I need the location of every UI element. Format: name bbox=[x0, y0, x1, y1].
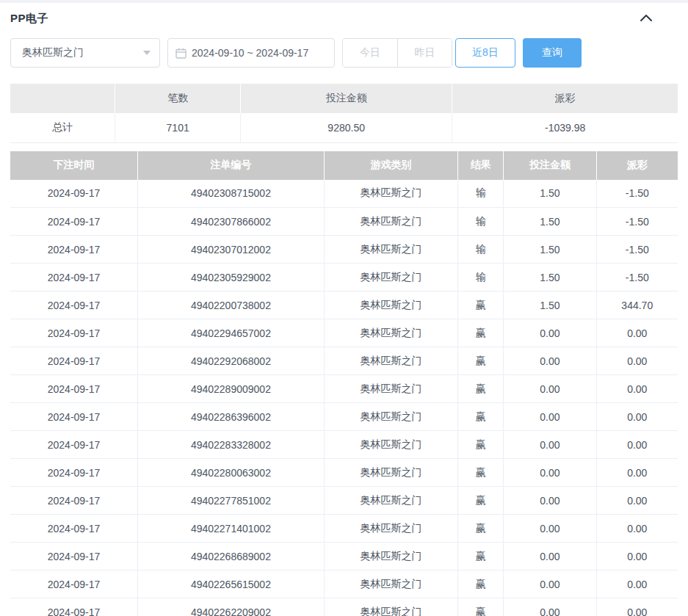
yesterday-button[interactable]: 昨日 bbox=[397, 39, 452, 67]
table-row: 2024-09-17 49402283328002 奥林匹斯之门 赢 0.00 … bbox=[10, 431, 678, 459]
cell-game-category: 奥林匹斯之门 bbox=[324, 180, 458, 208]
cell-bet-time: 2024-09-17 bbox=[10, 375, 138, 403]
cell-payout: 0.00 bbox=[596, 459, 678, 487]
cell-bet-amount: 0.00 bbox=[504, 515, 596, 543]
table-row: 2024-09-17 49402308715002 奥林匹斯之门 输 1.50 … bbox=[10, 180, 678, 208]
cell-payout: -1.50 bbox=[596, 180, 678, 208]
cell-order-no: 49402307866002 bbox=[138, 208, 325, 236]
cell-order-no: 49402292068002 bbox=[138, 347, 325, 375]
cell-game-category: 奥林匹斯之门 bbox=[324, 236, 458, 264]
cell-result: 输 bbox=[458, 180, 504, 208]
cell-order-no: 49402277851002 bbox=[138, 487, 325, 515]
cell-payout: 0.00 bbox=[596, 375, 678, 403]
cell-payout: 0.00 bbox=[596, 543, 678, 570]
cell-order-no: 49402289009002 bbox=[138, 375, 325, 403]
cell-bet-time: 2024-09-17 bbox=[10, 347, 138, 375]
cell-result: 输 bbox=[458, 208, 504, 236]
game-select[interactable]: 奥林匹斯之门 bbox=[10, 38, 160, 68]
cell-order-no: 49402294657002 bbox=[138, 319, 325, 347]
cell-bet-amount: 0.00 bbox=[504, 598, 596, 616]
cell-game-category: 奥林匹斯之门 bbox=[324, 375, 458, 403]
cell-result: 赢 bbox=[458, 319, 504, 347]
summary-total-label: 总计 bbox=[10, 113, 115, 142]
header-game-category: 游戏类别 bbox=[324, 151, 458, 180]
header-result: 结果 bbox=[458, 151, 504, 180]
filter-bar: 奥林匹斯之门 2024-09-10 ~ 2024-09-17 今日 昨日 近8日… bbox=[10, 38, 678, 68]
table-row: 2024-09-17 49402262209002 奥林匹斯之门 赢 0.00 … bbox=[10, 598, 678, 616]
search-button[interactable]: 查询 bbox=[523, 38, 582, 68]
summary-total-count: 7101 bbox=[115, 113, 241, 142]
cell-game-category: 奥林匹斯之门 bbox=[324, 543, 458, 570]
cell-bet-time: 2024-09-17 bbox=[10, 319, 138, 347]
game-select-value: 奥林匹斯之门 bbox=[22, 46, 143, 59]
cell-order-no: 49402286396002 bbox=[138, 403, 325, 431]
cell-game-category: 奥林匹斯之门 bbox=[324, 403, 458, 431]
cell-bet-time: 2024-09-17 bbox=[10, 403, 138, 431]
cell-bet-amount: 1.50 bbox=[504, 264, 596, 291]
cell-bet-time: 2024-09-17 bbox=[10, 487, 138, 515]
collapse-button[interactable] bbox=[635, 10, 657, 26]
cell-result: 赢 bbox=[458, 403, 504, 431]
cell-bet-time: 2024-09-17 bbox=[10, 598, 138, 616]
table-row: 2024-09-17 49402307866002 奥林匹斯之门 输 1.50 … bbox=[10, 208, 678, 236]
cell-order-no: 49402262209002 bbox=[138, 598, 325, 616]
summary-header-row: 笔数 投注金额 派彩 bbox=[10, 84, 678, 113]
cell-game-category: 奥林匹斯之门 bbox=[324, 291, 458, 319]
cell-payout: -1.50 bbox=[596, 208, 678, 236]
cell-bet-amount: 0.00 bbox=[504, 431, 596, 459]
chevron-down-icon bbox=[143, 51, 151, 55]
cell-bet-amount: 0.00 bbox=[504, 543, 596, 570]
cell-bet-amount: 1.50 bbox=[504, 291, 596, 319]
date-range-value: 2024-09-10 ~ 2024-09-17 bbox=[192, 47, 308, 59]
cell-order-no: 49402283328002 bbox=[138, 431, 325, 459]
cell-result: 赢 bbox=[458, 459, 504, 487]
panel-header: PP电子 bbox=[10, 9, 678, 28]
bet-table-header-row: 下注时间 注单编号 游戏类别 结果 投注金额 派彩 bbox=[10, 151, 678, 180]
cell-result: 输 bbox=[458, 264, 504, 291]
cell-bet-time: 2024-09-17 bbox=[10, 180, 138, 208]
table-row: 2024-09-17 49402292068002 奥林匹斯之门 赢 0.00 … bbox=[10, 347, 678, 375]
table-row: 2024-09-17 49402268689002 奥林匹斯之门 赢 0.00 … bbox=[10, 543, 678, 570]
cell-game-category: 奥林匹斯之门 bbox=[324, 570, 458, 598]
cell-bet-time: 2024-09-17 bbox=[10, 264, 138, 291]
cell-result: 赢 bbox=[458, 570, 504, 598]
cell-game-category: 奥林匹斯之门 bbox=[324, 515, 458, 543]
cell-payout: -1.50 bbox=[596, 236, 678, 264]
cell-payout: 0.00 bbox=[596, 319, 678, 347]
summary-header-blank bbox=[10, 84, 115, 113]
summary-header-count: 笔数 bbox=[115, 84, 241, 113]
cell-payout: 0.00 bbox=[596, 487, 678, 515]
today-button[interactable]: 今日 bbox=[343, 39, 397, 67]
date-range-input[interactable]: 2024-09-10 ~ 2024-09-17 bbox=[167, 38, 335, 68]
header-bet-amount: 投注金额 bbox=[504, 151, 596, 180]
cell-bet-amount: 1.50 bbox=[504, 208, 596, 236]
cell-order-no: 49402280063002 bbox=[138, 459, 325, 487]
summary-total-payout: -1039.98 bbox=[452, 113, 678, 142]
cell-result: 赢 bbox=[458, 347, 504, 375]
last-8-days-button[interactable]: 近8日 bbox=[455, 38, 515, 68]
cell-payout: 0.00 bbox=[596, 515, 678, 543]
cell-result: 赢 bbox=[458, 598, 504, 616]
cell-bet-amount: 0.00 bbox=[504, 403, 596, 431]
summary-total-bet-amount: 9280.50 bbox=[241, 113, 452, 142]
cell-game-category: 奥林匹斯之门 bbox=[324, 347, 458, 375]
cell-game-category: 奥林匹斯之门 bbox=[324, 319, 458, 347]
summary-header-payout: 派彩 bbox=[452, 84, 678, 113]
cell-bet-time: 2024-09-17 bbox=[10, 208, 138, 236]
cell-bet-amount: 1.50 bbox=[504, 180, 596, 208]
cell-payout: -1.50 bbox=[596, 264, 678, 291]
cell-payout: 0.00 bbox=[596, 403, 678, 431]
bet-table: 下注时间 注单编号 游戏类别 结果 投注金额 派彩 2024-09-17 494… bbox=[10, 151, 678, 616]
cell-payout: 0.00 bbox=[596, 431, 678, 459]
cell-order-no: 49402307012002 bbox=[138, 236, 325, 264]
cell-order-no: 49402265615002 bbox=[138, 570, 325, 598]
bet-table-body: 2024-09-17 49402308715002 奥林匹斯之门 输 1.50 … bbox=[10, 180, 678, 616]
summary-header-bet-amount: 投注金额 bbox=[241, 84, 452, 113]
cell-payout: 344.70 bbox=[596, 291, 678, 319]
cell-result: 赢 bbox=[458, 515, 504, 543]
cell-bet-time: 2024-09-17 bbox=[10, 515, 138, 543]
cell-bet-time: 2024-09-17 bbox=[10, 291, 138, 319]
cell-order-no: 49402271401002 bbox=[138, 515, 325, 543]
cell-bet-amount: 1.50 bbox=[504, 236, 596, 264]
header-payout: 派彩 bbox=[596, 151, 678, 180]
